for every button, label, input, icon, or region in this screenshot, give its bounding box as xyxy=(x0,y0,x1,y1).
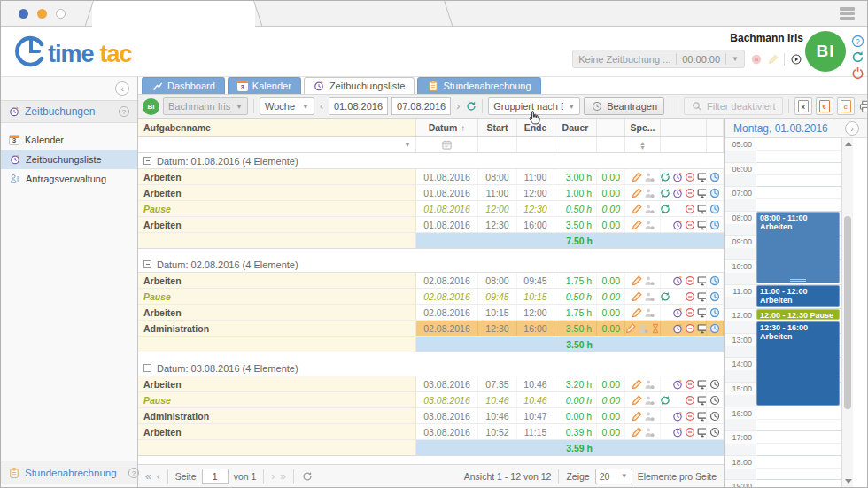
browser-menu-icon[interactable] xyxy=(840,7,855,20)
calendar-event[interactable]: 11:00 - 12:00 Arbeiten xyxy=(756,285,840,308)
timer-icon[interactable] xyxy=(671,426,683,438)
timer-icon[interactable] xyxy=(671,275,683,286)
chevron-down-icon[interactable]: ▼ xyxy=(732,55,739,63)
edit-icon[interactable] xyxy=(631,410,642,422)
edit-icon[interactable] xyxy=(631,378,642,390)
timer-icon[interactable] xyxy=(671,378,683,390)
collapse-group-icon[interactable] xyxy=(143,260,151,268)
table-row[interactable]: Pause03.08.201610:4610:460.00 h0.00 xyxy=(138,392,724,408)
last-page-button[interactable]: » xyxy=(280,470,286,483)
timer-icon[interactable] xyxy=(671,410,683,422)
sidebar-item-zeitbuchungsliste[interactable]: Zeitbuchungsliste xyxy=(1,150,137,169)
timer-icon[interactable] xyxy=(671,219,683,230)
filter-end[interactable] xyxy=(517,137,554,152)
table-row[interactable]: Administration03.08.201610:4610:470.00 h… xyxy=(138,408,724,424)
delete-icon[interactable] xyxy=(684,410,695,422)
scroll-down-icon[interactable] xyxy=(845,479,852,484)
group-header[interactable]: Datum: 03.08.2016 (4 Elemente) xyxy=(138,360,724,376)
calendar-event[interactable]: 12:30 - 16:00 Arbeiten xyxy=(756,321,840,406)
hour-slot[interactable] xyxy=(756,431,841,456)
page-input[interactable] xyxy=(202,469,229,484)
sidebar-item-antragsverwaltung[interactable]: Antragsverwaltung xyxy=(1,169,137,189)
edit-icon[interactable] xyxy=(631,187,642,198)
hour-slot[interactable] xyxy=(756,187,841,212)
column-header-task[interactable]: Aufgabenname xyxy=(138,119,416,136)
next-period-button[interactable]: › xyxy=(454,100,461,112)
sidebar-item-kalender[interactable]: 3 Kalender xyxy=(1,130,137,150)
power-icon[interactable] xyxy=(851,66,864,80)
print-button[interactable] xyxy=(858,98,868,114)
user-select[interactable]: Bachmann Iris▼ xyxy=(163,97,248,115)
edit-icon[interactable] xyxy=(625,322,636,334)
delete-icon[interactable] xyxy=(684,275,695,286)
tab-stundenabrechnung[interactable]: Stundenabrechnung xyxy=(417,77,540,94)
help-icon[interactable]: ? xyxy=(851,35,864,48)
table-row[interactable]: Administration02.08.201612:3016:003.50 h… xyxy=(138,321,724,337)
refresh-icon[interactable] xyxy=(851,50,864,64)
sync-icon[interactable] xyxy=(661,187,670,198)
table-row[interactable]: Arbeiten03.08.201607:3510:463.20 h0.00 xyxy=(138,376,724,392)
export-xls-button[interactable]: x xyxy=(794,97,812,115)
column-header-duration[interactable]: Dauer xyxy=(554,119,597,136)
refresh-icon[interactable] xyxy=(465,101,477,112)
window-close-dot[interactable] xyxy=(19,9,28,19)
filter-date-picker[interactable] xyxy=(416,137,478,152)
timer-icon[interactable] xyxy=(671,171,683,182)
sidebar-collapse-button[interactable]: ‹ xyxy=(115,81,129,96)
delete-icon[interactable] xyxy=(684,171,695,182)
timer-icon[interactable] xyxy=(671,322,683,334)
delete-icon[interactable] xyxy=(684,219,695,230)
filter-toggle-button[interactable]: Filter deaktiviert xyxy=(684,97,783,115)
table-row[interactable]: Pause02.08.201609:4510:150.50 h0.00 xyxy=(138,289,724,305)
hour-slot[interactable] xyxy=(756,407,841,432)
sync-icon[interactable] xyxy=(661,171,670,182)
filter-start[interactable] xyxy=(478,137,517,152)
delete-icon[interactable] xyxy=(684,378,695,390)
group-header[interactable]: Datum: 02.08.2016 (4 Elemente) xyxy=(138,257,724,273)
delete-icon[interactable] xyxy=(684,322,695,334)
timer-icon[interactable] xyxy=(671,306,683,318)
delete-icon[interactable] xyxy=(684,394,695,406)
day-scrollbar[interactable] xyxy=(841,138,853,487)
next-page-button[interactable]: › xyxy=(271,470,275,483)
date-from-input[interactable]: 01.08.2016 xyxy=(329,97,388,115)
start-tracking-button[interactable] xyxy=(790,53,802,65)
date-to-input[interactable]: 07.08.2016 xyxy=(391,97,451,115)
scroll-up-icon[interactable] xyxy=(845,142,852,146)
scrollbar-thumb[interactable] xyxy=(844,216,851,409)
table-row[interactable]: Arbeiten02.08.201610:1512:001.75 h0.00 xyxy=(138,305,724,321)
edit-icon[interactable] xyxy=(631,426,642,438)
tab-dashboard[interactable]: Dashboard xyxy=(142,77,225,94)
delete-icon[interactable] xyxy=(684,290,695,302)
edit-icon[interactable] xyxy=(631,219,642,230)
hour-slot[interactable] xyxy=(756,480,841,487)
column-header-spe[interactable]: Spe... xyxy=(625,119,661,136)
reload-icon[interactable] xyxy=(301,470,313,482)
sync-icon[interactable] xyxy=(661,394,670,406)
export-euro-button[interactable]: € xyxy=(816,97,833,115)
edit-icon[interactable] xyxy=(631,306,642,318)
browser-tab[interactable] xyxy=(92,1,255,27)
first-page-button[interactable]: « xyxy=(145,470,151,483)
delete-icon[interactable] xyxy=(684,306,695,318)
delete-icon[interactable] xyxy=(684,203,695,214)
table-row[interactable]: Arbeiten02.08.201608:0009:451.75 h0.00 xyxy=(138,273,724,289)
tab-kalender[interactable]: 3 Kalender xyxy=(228,77,301,94)
avatar[interactable]: BI xyxy=(805,31,846,72)
window-zoom-dot[interactable] xyxy=(56,9,66,19)
export-csv-button[interactable]: c xyxy=(837,97,855,115)
hour-slot[interactable] xyxy=(756,163,841,188)
table-row[interactable]: Arbeiten01.08.201612:3016:003.50 h0.00 xyxy=(138,217,724,233)
period-select[interactable]: Woche▼ xyxy=(260,97,314,115)
resize-handle[interactable] xyxy=(790,279,806,282)
day-cells[interactable]: 08:00 - 11:00 Arbeiten11:00 - 12:00 Arbe… xyxy=(756,138,841,487)
edit-icon[interactable] xyxy=(631,171,642,182)
table-row[interactable]: Arbeiten03.08.201610:5211:150.39 h0.00 xyxy=(138,424,724,440)
day-panel-next-icon[interactable]: › xyxy=(845,121,859,136)
edit-icon[interactable] xyxy=(631,275,642,286)
sync-icon[interactable] xyxy=(661,290,670,302)
table-row[interactable]: Pause01.08.201612:0012:300.50 h0.00 xyxy=(138,201,724,217)
delete-icon[interactable] xyxy=(684,426,695,438)
table-row[interactable]: Arbeiten01.08.201611:0012:001.00 h0.00 xyxy=(138,185,724,201)
help-icon[interactable]: ? xyxy=(118,105,130,118)
